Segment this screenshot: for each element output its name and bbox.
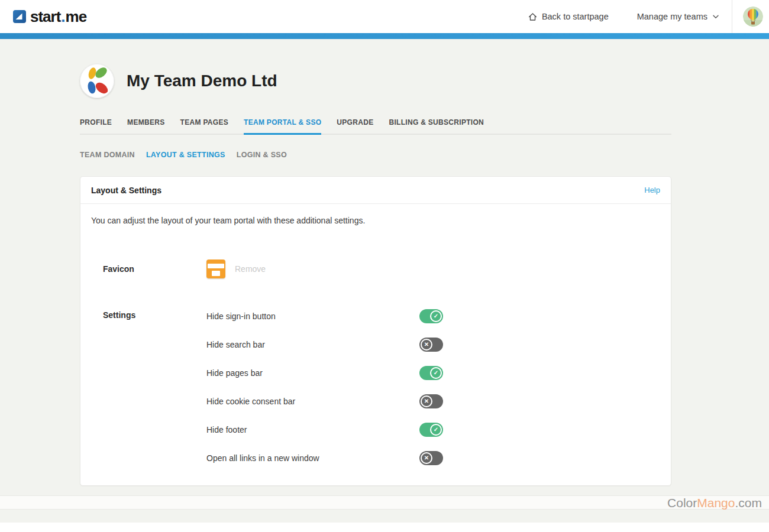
accent-bar	[0, 33, 769, 39]
setting-row-hide-pages-bar: Hide pages bar ✓	[206, 359, 660, 387]
manage-my-teams-menu[interactable]: Manage my teams	[637, 12, 719, 21]
tab-team-portal-sso[interactable]: TEAM PORTAL & SSO	[244, 116, 321, 135]
page-title: My Team Demo Ltd	[127, 72, 277, 90]
toggle-hide-search-bar[interactable]: ✕	[419, 338, 443, 352]
tab-team-pages[interactable]: TEAM PAGES	[180, 116, 228, 135]
toggle-state-icon: ✓	[434, 313, 438, 319]
manage-my-teams-label: Manage my teams	[637, 12, 707, 21]
toggle-hide-cookie-consent-bar[interactable]: ✕	[419, 394, 443, 408]
toggle-state-icon: ✓	[434, 427, 438, 433]
startme-logo-icon	[13, 10, 26, 23]
help-link[interactable]: Help	[644, 186, 660, 194]
card-description: You can adjust the layout of your team p…	[91, 215, 660, 226]
watermark-strip: ColorMango.com	[0, 495, 769, 510]
startme-logo[interactable]: start.me	[13, 9, 86, 24]
settings-section: Settings Hide sign-in button ✓ Hide sear…	[91, 302, 660, 472]
setting-label: Hide search bar	[206, 340, 419, 349]
toggle-open-links-new-window[interactable]: ✕	[419, 451, 443, 465]
toggle-state-icon: ✓	[434, 370, 438, 376]
setting-row-hide-footer: Hide footer ✓	[206, 416, 660, 444]
portal-subtabs: TEAM DOMAIN LAYOUT & SETTINGS LOGIN & SS…	[80, 151, 671, 159]
header-divider	[732, 0, 732, 33]
setting-label: Hide sign-in button	[206, 312, 419, 321]
setting-row-hide-cookie-consent: Hide cookie consent bar ✕	[206, 387, 660, 416]
user-avatar[interactable]	[743, 7, 763, 27]
toggle-state-icon: ✕	[424, 455, 429, 461]
tab-profile[interactable]: PROFILE	[80, 116, 112, 135]
back-to-startpage-label: Back to startpage	[542, 12, 609, 21]
toggle-hide-pages-bar[interactable]: ✓	[419, 366, 443, 380]
card-title: Layout & Settings	[91, 186, 161, 195]
setting-row-hide-search-bar: Hide search bar ✕	[206, 330, 660, 359]
tab-upgrade[interactable]: UPGRADE	[337, 116, 373, 135]
toggle-knob: ✓	[430, 310, 442, 322]
toggle-hide-footer[interactable]: ✓	[419, 423, 443, 437]
toggle-knob: ✓	[430, 367, 442, 379]
back-to-startpage-link[interactable]: Back to startpage	[528, 12, 609, 22]
favicon-label: Favicon	[91, 264, 206, 274]
setting-row-open-links-new-window: Open all links in a new window ✕	[206, 444, 660, 472]
setting-label: Hide cookie consent bar	[206, 397, 419, 406]
remove-favicon-button[interactable]: Remove	[235, 264, 266, 274]
toggle-knob: ✕	[421, 395, 432, 407]
favicon-section: Favicon Remove	[91, 259, 660, 278]
subtab-login-sso[interactable]: LOGIN & SSO	[237, 151, 287, 159]
subtab-team-domain[interactable]: TEAM DOMAIN	[80, 151, 135, 159]
top-header: start.me Back to startpage Manage my tea…	[0, 0, 769, 33]
home-icon	[528, 12, 538, 22]
toggle-knob: ✕	[421, 339, 432, 351]
toggle-hide-sign-in-button[interactable]: ✓	[419, 309, 443, 323]
setting-label: Open all links in a new window	[206, 453, 419, 463]
toggle-knob: ✓	[430, 424, 442, 436]
setting-row-hide-sign-in: Hide sign-in button ✓	[206, 302, 660, 330]
setting-label: Hide pages bar	[206, 368, 419, 378]
colormango-watermark: ColorMango.com	[667, 497, 762, 509]
layout-settings-card: Layout & Settings Help You can adjust th…	[80, 176, 671, 486]
toggle-knob: ✕	[421, 452, 432, 464]
team-logo	[80, 64, 114, 98]
toggle-state-icon: ✕	[424, 398, 429, 404]
team-tabs: PROFILE MEMBERS TEAM PAGES TEAM PORTAL &…	[80, 116, 671, 135]
favicon-preview-icon	[206, 259, 225, 278]
tab-members[interactable]: MEMBERS	[127, 116, 164, 135]
setting-label: Hide footer	[206, 425, 419, 434]
footer-band	[0, 523, 769, 532]
toggle-state-icon: ✕	[424, 342, 429, 348]
settings-label: Settings	[91, 302, 206, 472]
startme-logo-text: start.me	[30, 9, 86, 24]
subtab-layout-settings[interactable]: LAYOUT & SETTINGS	[146, 151, 225, 159]
chevron-down-icon	[713, 15, 719, 19]
tab-billing-subscription[interactable]: BILLING & SUBSCRIPTION	[389, 116, 484, 135]
